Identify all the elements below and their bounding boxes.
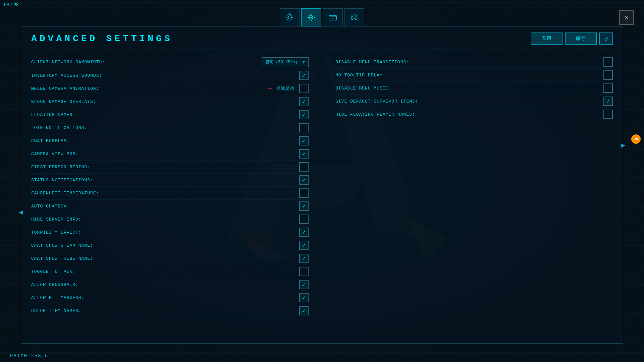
setting-row-hit-markers: ALLOW HIT MARKERS: ✓	[31, 291, 309, 304]
checkmark-icon: ✓	[302, 294, 306, 301]
setting-row-chat-tribe: CHAT SHOW TRIBE NAME: ✓	[31, 252, 309, 265]
orange-badge: 76	[631, 134, 641, 144]
setting-row-torpidity: TORPIDITY EFFECT: ✓	[31, 226, 309, 239]
close-button[interactable]: ✕	[619, 10, 634, 25]
checkbox-melee-camera[interactable]	[299, 84, 309, 93]
label-floating-names: FLOATING NAMES:	[31, 112, 75, 117]
checkbox-floating-names[interactable]: ✓	[299, 110, 309, 119]
right-panel-indicator: ▶	[621, 141, 625, 150]
label-tooltip-delay: NO TOOLTIP DELAY:	[335, 73, 386, 78]
setting-row-menu-transitions: DISABLE MENU TRANSITIONS:	[335, 56, 613, 69]
tab-controls[interactable]	[301, 8, 321, 26]
panel-title: ADVANCED SETTINGS	[31, 34, 173, 44]
panel-header: ADVANCED SETTINGS 应用 保存 ↺	[21, 26, 623, 49]
setting-row-join-notifications: JOIN NOTIFICATIONS:	[31, 121, 309, 134]
label-hide-player-names: HIDE FLOATING PLAYER NAMES:	[335, 112, 415, 117]
checkbox-toggle-talk[interactable]	[299, 267, 309, 276]
checkbox-first-person[interactable]	[299, 162, 309, 172]
checkbox-hit-markers[interactable]: ✓	[299, 293, 309, 302]
label-bandwidth: CLIENT NETWORK BANDWIDTH:	[31, 60, 105, 65]
setting-row-toggle-talk: TOGGLE TO TALK:	[31, 265, 309, 278]
chevron-down-icon: ▼	[303, 60, 305, 65]
label-fahrenheit: FAHRENHEIT TEMPERATURE:	[31, 191, 99, 196]
checkbox-chat-tribe[interactable]: ✓	[299, 254, 309, 263]
label-hide-server-info: HIDE SERVER INFO:	[31, 217, 82, 222]
setting-row-color-names: COLOR ITEM NAMES: ✓	[31, 304, 309, 317]
svg-point-13	[288, 16, 291, 19]
checkbox-crosshair[interactable]: ✓	[299, 280, 309, 289]
checkbox-color-names[interactable]: ✓	[299, 306, 309, 315]
settings-panel: ADVANCED SETTINGS 应用 保存 ↺ CLIENT NETWORK…	[21, 26, 623, 344]
svg-rect-20	[332, 16, 333, 17]
checkbox-fahrenheit[interactable]	[299, 188, 309, 198]
svg-point-24	[356, 16, 357, 17]
label-status-notifications: STATUS NOTIFICATIONS:	[31, 178, 93, 183]
svg-rect-23	[335, 16, 336, 17]
apply-button[interactable]: 应用	[531, 33, 562, 45]
setting-row-chat-steam: CHAT SHOW STEAM NAME: ✓	[31, 239, 309, 252]
setting-row-fahrenheit: FAHRENHEIT TEMPERATURE:	[31, 187, 309, 200]
setting-row-camera-bob: CAMERA VIEW BOB: ✓	[31, 147, 309, 161]
setting-row-blood: BLOOD DAMAGE OVERLAYS: ✓	[31, 95, 309, 108]
label-blood: BLOOD DAMAGE OVERLAYS:	[31, 99, 96, 104]
patch-info: PATCH 258.5	[10, 353, 48, 359]
setting-row-status-notifications: STATUS NOTIFICATIONS: ✓	[31, 174, 309, 187]
setting-row-bandwidth: CLIENT NETWORK BANDWIDTH: 极高 (60 KB/s) ▼	[31, 56, 309, 69]
checkbox-chat-bubbles[interactable]: ✓	[299, 136, 309, 145]
label-chat-steam: CHAT SHOW STEAM NAME:	[31, 243, 93, 248]
setting-row-inventory-sounds: INVENTORY ACCESS SOUNDS: ✓	[31, 69, 309, 82]
svg-point-14	[286, 17, 287, 18]
checkbox-camera-bob[interactable]: ✓	[299, 149, 309, 159]
bandwidth-dropdown[interactable]: 极高 (60 KB/s) ▼	[262, 57, 309, 67]
settings-content: CLIENT NETWORK BANDWIDTH: 极高 (60 KB/s) ▼…	[21, 49, 623, 324]
label-torpidity: TORPIDITY EFFECT:	[31, 230, 82, 235]
label-menu-music: DISABLE MENU MUSIC:	[335, 86, 391, 91]
checkmark-icon: ✓	[302, 98, 306, 105]
label-join-notifications: JOIN NOTIFICATIONS:	[31, 125, 87, 130]
checkbox-hide-player-names[interactable]	[603, 110, 613, 119]
tab-gamepad[interactable]	[344, 8, 364, 26]
tab-general[interactable]	[280, 8, 300, 26]
checkbox-chat-steam[interactable]: ✓	[299, 241, 309, 250]
setting-row-melee-camera: MELEE CAMERA ANIMATION: ← 近战晃动	[31, 82, 309, 95]
label-chat-tribe: CHAT SHOW TRIBE NAME:	[31, 256, 93, 261]
label-toggle-talk: TOGGLE TO TALK:	[31, 269, 75, 274]
reset-button[interactable]: ↺	[599, 33, 613, 45]
checkmark-icon: ✓	[302, 242, 306, 249]
svg-point-25	[355, 17, 356, 18]
svg-rect-19	[330, 16, 331, 17]
setting-row-default-survivor: GIVE DEFAULT SURVIVOR ITEMS: ✓	[335, 95, 613, 108]
red-arrow-icon: ←	[268, 85, 272, 93]
header-buttons: 应用 保存 ↺	[531, 33, 613, 45]
checkmark-icon: ✓	[302, 281, 306, 288]
checkbox-tooltip-delay[interactable]	[603, 70, 613, 80]
checkbox-menu-transitions[interactable]	[603, 57, 613, 67]
setting-row-crosshair: ALLOW CROSSHAIR: ✓	[31, 278, 309, 291]
label-inventory-sounds: INVENTORY ACCESS SOUNDS:	[31, 73, 102, 78]
checkbox-inventory-sounds[interactable]: ✓	[299, 71, 309, 80]
label-default-survivor: GIVE DEFAULT SURVIVOR ITEMS:	[335, 99, 418, 104]
checkbox-hide-server-info[interactable]	[299, 215, 309, 224]
label-camera-bob: CAMERA VIEW BOB:	[31, 152, 78, 157]
control-melee-camera: ← 近战晃动	[268, 84, 309, 93]
checkbox-menu-music[interactable]	[603, 83, 613, 93]
checkbox-default-survivor[interactable]: ✓	[603, 97, 613, 106]
label-chat-bubbles: CHAT BUBBLES:	[31, 138, 69, 143]
setting-row-menu-music: DISABLE MENU MUSIC:	[335, 82, 613, 95]
setting-row-hide-server-info: HIDE SERVER INFO:	[31, 213, 309, 226]
label-color-names: COLOR ITEM NAMES:	[31, 308, 82, 313]
checkbox-auto-chatbox[interactable]: ✓	[299, 201, 309, 211]
checkbox-blood[interactable]: ✓	[299, 97, 309, 106]
fps-counter: 60 FPS	[4, 3, 18, 7]
setting-row-first-person: FIRST PERSON RIDING:	[31, 161, 309, 174]
tab-keyboard[interactable]	[323, 8, 343, 26]
save-button[interactable]: 保存	[565, 33, 597, 45]
setting-row-floating-names: FLOATING NAMES: ✓	[31, 108, 309, 121]
checkbox-join-notifications[interactable]	[299, 123, 309, 132]
checkbox-torpidity[interactable]: ✓	[299, 228, 309, 237]
label-hit-markers: ALLOW HIT MARKERS:	[31, 295, 84, 300]
setting-row-auto-chatbox: AUTO CHATBOX: ✓	[31, 200, 309, 213]
checkbox-status-notifications[interactable]: ✓	[299, 175, 309, 185]
checkmark-icon: ✓	[302, 202, 306, 210]
svg-rect-15	[288, 13, 291, 15]
